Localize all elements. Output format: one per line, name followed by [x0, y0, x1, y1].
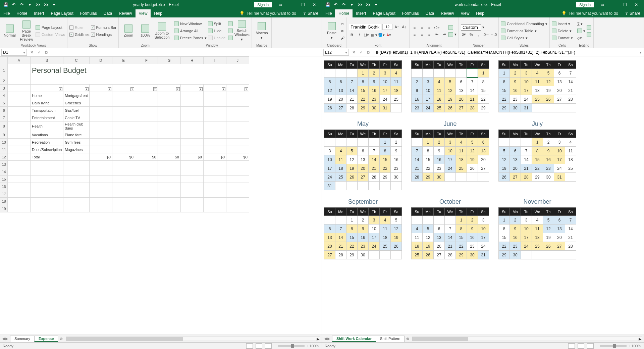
calendar-day[interactable]: 10 — [380, 78, 391, 86]
empty-cell[interactable] — [63, 183, 89, 190]
empty-cell[interactable] — [89, 198, 112, 205]
calendar-day[interactable]: 27 — [510, 173, 521, 182]
zoom-selection-button[interactable]: Zoom to Selection — [154, 20, 170, 41]
empty-cell[interactable] — [180, 205, 203, 212]
font-select[interactable] — [349, 24, 381, 30]
calendar-day[interactable]: 22 — [532, 164, 543, 173]
table-cell[interactable] — [203, 139, 226, 146]
table-cell[interactable] — [135, 114, 158, 121]
calendar-day[interactable]: 15 — [456, 233, 467, 242]
maximize-icon[interactable]: ☐ — [298, 0, 308, 9]
empty-cell[interactable] — [89, 190, 112, 198]
calendar-day[interactable]: 28 — [369, 173, 380, 182]
table-cell[interactable] — [226, 139, 249, 146]
formula-input[interactable] — [50, 49, 322, 56]
calendar-day[interactable]: 10 — [423, 86, 434, 95]
calendar-day[interactable]: 3 — [521, 216, 532, 225]
table-cell[interactable]: Dues/Subscription — [31, 146, 63, 153]
decrease-decimal-icon[interactable]: ←.0 — [490, 32, 496, 38]
calendar-day[interactable]: 8 — [478, 78, 489, 86]
calendar-day[interactable]: 2 — [543, 138, 554, 147]
column-filter-header[interactable]: May▾ — [180, 85, 203, 92]
table-cell[interactable] — [180, 99, 203, 107]
table-cell[interactable]: Daily living — [31, 99, 63, 107]
empty-cell[interactable] — [89, 205, 112, 212]
calendar-day[interactable]: 24 — [369, 242, 380, 251]
zoom-100-button[interactable]: 100% — [138, 20, 153, 41]
calendar-day[interactable]: 23 — [369, 95, 380, 104]
cancel-icon[interactable]: ✕ — [28, 49, 36, 56]
calendar-empty[interactable] — [391, 251, 402, 259]
ribbon-options-icon[interactable]: ▭ — [275, 0, 285, 9]
calendar-day[interactable]: 11 — [335, 155, 346, 164]
calendar-day[interactable]: 12 — [467, 147, 478, 155]
calendar-empty[interactable] — [445, 69, 456, 78]
calendar-day[interactable]: 10 — [369, 225, 380, 233]
calendar-day[interactable]: 7 — [565, 216, 576, 225]
table-cell[interactable]: Cable TV — [63, 114, 89, 121]
calendar-day[interactable]: 14 — [346, 86, 358, 95]
table-cell[interactable] — [112, 121, 135, 131]
tab-page-layout[interactable]: Page Layout — [47, 9, 76, 17]
calendar-day[interactable]: 8 — [499, 78, 510, 86]
calendar-empty[interactable] — [324, 138, 335, 147]
calendar-day[interactable]: 10 — [324, 155, 335, 164]
calendar-day[interactable]: 25 — [532, 95, 543, 104]
empty-cell[interactable] — [203, 176, 226, 183]
calendar-day[interactable]: 14 — [467, 86, 478, 95]
underline-button[interactable]: U ▾ — [364, 32, 370, 38]
calendar-day[interactable]: 19 — [543, 86, 554, 95]
qat-more-icon[interactable]: ▾ — [372, 1, 380, 8]
empty-cell[interactable] — [63, 190, 89, 198]
empty-cell[interactable] — [63, 205, 89, 212]
calendar-day[interactable]: 23 — [358, 242, 369, 251]
hscrollbar[interactable]: ◀▶ — [412, 337, 642, 341]
align-right-icon[interactable]: ≡ — [426, 32, 432, 38]
calendar-empty[interactable] — [358, 182, 369, 190]
calendar-empty[interactable] — [335, 182, 346, 190]
calendar-day[interactable]: 30 — [510, 251, 521, 259]
calendar-empty[interactable] — [369, 182, 380, 190]
calendar-day[interactable]: 14 — [565, 225, 576, 233]
table-cell[interactable] — [203, 92, 226, 99]
calendar-day[interactable]: 1 — [532, 138, 543, 147]
empty-cell[interactable] — [158, 176, 180, 183]
empty-cell[interactable] — [89, 161, 112, 168]
empty-cell[interactable] — [63, 168, 89, 176]
calendar-day[interactable]: 8 — [532, 147, 543, 155]
calendar-day[interactable]: 31 — [478, 251, 489, 259]
close-icon[interactable]: ✕ — [309, 0, 320, 9]
calendar-day[interactable]: 21 — [521, 164, 532, 173]
calendar-empty[interactable] — [346, 182, 358, 190]
calendar-day[interactable]: 27 — [335, 104, 346, 112]
empty-cell[interactable] — [203, 168, 226, 176]
share-button[interactable]: ⇪ Share — [300, 9, 322, 17]
calendar-empty[interactable] — [380, 251, 391, 259]
calendar-day[interactable]: 5 — [445, 78, 456, 86]
tab-insert[interactable]: Insert — [31, 9, 47, 17]
calendar-day[interactable]: 28 — [346, 104, 358, 112]
table-cell[interactable] — [89, 114, 112, 121]
calendar-day[interactable]: 30 — [543, 173, 554, 182]
calendar-empty[interactable] — [543, 251, 554, 259]
calendar-day[interactable]: 6 — [554, 216, 565, 225]
border-button[interactable]: ▦ ▾ — [371, 32, 377, 38]
align-center-icon[interactable]: ≡ — [419, 32, 425, 38]
calendar-day[interactable]: 9 — [467, 225, 478, 233]
calendar-day[interactable]: 20 — [554, 233, 565, 242]
calendar-day[interactable]: 28 — [335, 251, 346, 259]
calendar-day[interactable]: 24 — [445, 164, 456, 173]
calendar-day[interactable]: 20 — [554, 86, 565, 95]
zoom-slider[interactable] — [278, 345, 305, 347]
empty-cell[interactable] — [180, 183, 203, 190]
table-cell[interactable] — [203, 131, 226, 139]
column-filter-header[interactable]: July▾ — [226, 85, 249, 92]
tab-nav-prev[interactable]: ◀ — [324, 337, 327, 341]
calendar-day[interactable]: 14 — [335, 233, 346, 242]
calendar-day[interactable]: 6 — [478, 138, 489, 147]
calendar-day[interactable]: 26 — [467, 164, 478, 173]
calendar-day[interactable]: 29 — [499, 104, 510, 112]
calendar-day[interactable]: 1 — [499, 216, 510, 225]
ruler-checkbox[interactable]: Ruler — [69, 24, 89, 31]
empty-cell[interactable] — [158, 205, 180, 212]
